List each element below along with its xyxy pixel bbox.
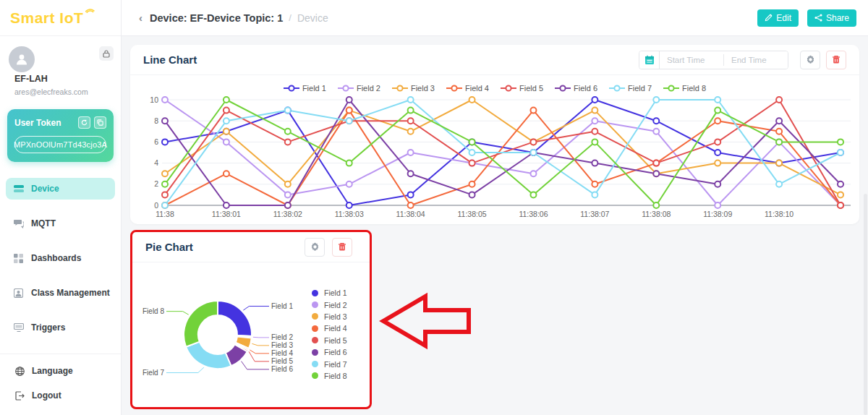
end-time-input[interactable]	[724, 51, 788, 69]
sidebar-item-label: Dashboards	[31, 253, 81, 263]
pie-chart-body: Field 1Field 2Field 3Field 4Field 5Field…	[132, 262, 370, 404]
pencil-icon	[765, 14, 773, 22]
legend-label: Field 4	[465, 84, 489, 93]
sidebar-item-class-management[interactable]: Class Management	[6, 282, 115, 304]
line-chart-title: Line Chart	[143, 54, 197, 66]
left-arrow-icon	[376, 291, 475, 351]
legend-item[interactable]: Field 8	[663, 84, 706, 93]
pie-legend-item[interactable]: Field 2	[312, 299, 347, 310]
line-chart-delete-button[interactable]	[826, 51, 846, 69]
back-button[interactable]: ‹	[139, 12, 142, 24]
legend-item[interactable]: Field 4	[446, 84, 489, 93]
legend-item[interactable]: Field 1	[284, 84, 326, 93]
pie-legend-item[interactable]: Field 1	[312, 287, 347, 299]
logo-text: Smart IoT	[10, 9, 83, 27]
pie-card-header: Pie Chart	[132, 232, 370, 262]
legend-marker	[338, 85, 354, 92]
sidebar-item-device[interactable]: Device	[6, 178, 115, 200]
edit-button[interactable]: Edit	[757, 9, 799, 27]
sidebar-item-label: Triggers	[31, 322, 65, 333]
sidebar: Smart IoT EF-LAH ares@elecfreaks.com Use…	[0, 0, 122, 415]
token-title: User Token	[14, 118, 75, 128]
pie-legend-item[interactable]: Field 4	[312, 322, 347, 334]
calendar-button[interactable]	[639, 51, 660, 69]
share-button[interactable]: Share	[807, 9, 856, 27]
svg-text:0: 0	[154, 201, 158, 210]
legend-label: Field 7	[324, 360, 347, 369]
legend-item[interactable]: Field 7	[609, 84, 652, 93]
time-range-picker	[639, 51, 788, 69]
legend-item[interactable]: Field 5	[501, 84, 543, 93]
legend-dot	[312, 301, 318, 308]
legend-label: Field 6	[324, 348, 347, 356]
annotation-arrow	[376, 291, 475, 354]
svg-text:Field 1: Field 1	[271, 302, 293, 310]
svg-text:Field 4: Field 4	[271, 349, 293, 357]
pie-legend-item[interactable]: Field 8	[312, 370, 347, 382]
pie-chart-legend[interactable]: Field 1Field 2Field 3Field 4Field 5Field…	[312, 287, 347, 382]
pie-legend-item[interactable]: Field 3	[312, 311, 347, 322]
legend-marker	[663, 85, 679, 92]
start-time-input[interactable]	[660, 51, 723, 69]
pie-legend-item[interactable]: Field 6	[312, 346, 347, 358]
sidebar-item-mqtt[interactable]: MQTT	[6, 213, 115, 234]
svg-text:11:38:05: 11:38:05	[457, 210, 486, 218]
sidebar-item-triggers[interactable]: Triggers	[6, 317, 115, 338]
pie-chart-settings-button[interactable]	[305, 238, 325, 257]
edit-label: Edit	[776, 13, 791, 23]
legend-item[interactable]: Field 2	[338, 84, 380, 93]
class-management-icon	[13, 288, 24, 299]
svg-text:11:38:01: 11:38:01	[212, 210, 241, 218]
svg-text:11:38: 11:38	[156, 210, 174, 218]
svg-text:2: 2	[154, 179, 158, 188]
legend-item[interactable]: Field 6	[555, 84, 597, 93]
pie-chart-title: Pie Chart	[145, 241, 193, 253]
page-scrollbar[interactable]	[864, 194, 867, 415]
copy-token-button[interactable]	[94, 116, 106, 129]
sidebar-item-label: MQTT	[31, 218, 56, 228]
legend-marker	[446, 85, 462, 92]
pie-chart-delete-button[interactable]	[332, 238, 352, 257]
logo: Smart IoT	[0, 0, 121, 36]
legend-marker	[609, 85, 625, 92]
line-card-header: Line Chart	[130, 45, 859, 75]
breadcrumb-current: Device	[297, 12, 328, 24]
pie-legend-item[interactable]: Field 7	[312, 358, 347, 369]
refresh-icon	[81, 119, 88, 126]
legend-label: Field 1	[302, 84, 326, 93]
legend-marker	[555, 85, 571, 92]
line-chart-legend[interactable]: Field 1Field 2Field 3Field 4Field 5Field…	[130, 81, 859, 95]
pie-legend-item[interactable]: Field 5	[312, 335, 347, 346]
logout-icon	[14, 390, 25, 401]
sidebar-item-dashboards[interactable]: Dashboards	[6, 247, 115, 269]
user-token-card: User Token MPXnOOlUm7Td43cjo3A	[7, 109, 114, 162]
line-chart-settings-button[interactable]	[800, 51, 820, 69]
legend-label: Field 2	[357, 84, 380, 93]
gear-icon	[310, 242, 320, 252]
svg-text:11:38:09: 11:38:09	[703, 210, 732, 218]
sidebar-nav: Device MQTT Dashboards Class Management …	[0, 178, 121, 338]
legend-marker	[284, 85, 299, 92]
logout-button[interactable]: Logout	[0, 383, 121, 408]
legend-dot	[312, 313, 318, 320]
legend-label: Field 8	[682, 84, 706, 93]
sidebar-footer: Language Logout	[0, 354, 121, 415]
legend-item[interactable]: Field 3	[392, 84, 435, 93]
svg-text:11:38:10: 11:38:10	[765, 210, 793, 218]
token-value[interactable]: MPXnOOlUm7Td43cjo3A	[14, 136, 106, 153]
svg-text:Field 8: Field 8	[142, 307, 164, 315]
breadcrumb-separator: /	[289, 12, 292, 23]
svg-text:8: 8	[154, 116, 158, 125]
svg-text:11:38:08: 11:38:08	[642, 210, 671, 218]
svg-text:11:38:04: 11:38:04	[396, 210, 425, 218]
legend-marker	[501, 85, 516, 92]
legend-dot	[312, 337, 318, 343]
svg-text:Field 2: Field 2	[271, 333, 293, 341]
language-button[interactable]: Language	[0, 359, 121, 383]
lock-button[interactable]	[99, 46, 114, 61]
legend-label: Field 3	[411, 84, 435, 93]
refresh-token-button[interactable]	[78, 116, 90, 129]
avatar	[9, 46, 35, 72]
share-icon	[814, 14, 822, 22]
svg-text:6: 6	[154, 137, 158, 146]
